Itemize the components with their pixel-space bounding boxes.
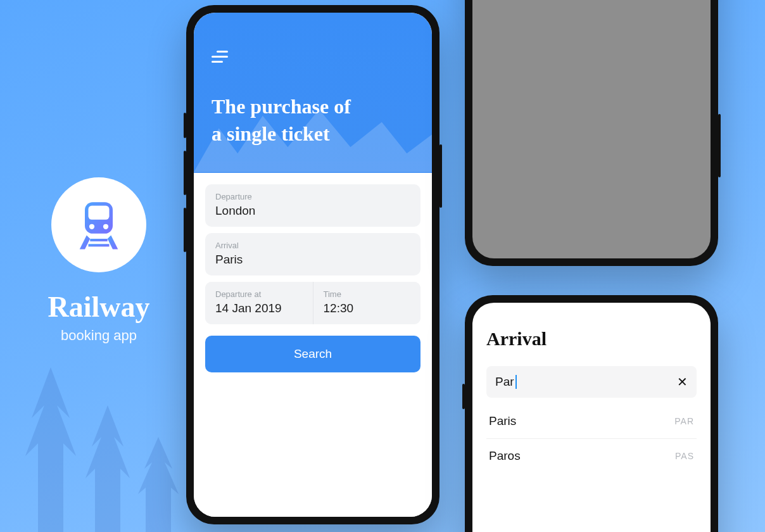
svg-point-3 [103, 224, 108, 229]
departure-label: Departure [215, 192, 410, 201]
phone-booking: The purchase of a single ticket Departur… [186, 5, 439, 524]
time-field[interactable]: Time 12:30 [313, 282, 421, 324]
svg-rect-4 [90, 239, 108, 241]
date-field[interactable]: Departure at 14 Jan 2019 [205, 282, 313, 324]
arrival-label: Arrival [215, 241, 410, 250]
arrival-result-code: PAS [675, 451, 694, 461]
app-logo [51, 177, 146, 272]
arrival-search-value: Par [495, 375, 514, 389]
departure-value: London [215, 204, 410, 218]
date-value: 14 Jan 2019 [215, 301, 303, 315]
arrival-result-name: Paros [489, 449, 521, 463]
date-label: Departure at [215, 289, 303, 299]
phone-arrival-search: Arrival Par ✕ ParisPARParosPAS [465, 295, 718, 532]
arrival-result-code: PAR [674, 416, 694, 426]
svg-rect-1 [89, 206, 110, 220]
brand-block: Railway booking app [29, 177, 168, 344]
menu-icon[interactable] [212, 51, 228, 63]
clear-icon[interactable]: ✕ [677, 374, 688, 390]
page-title: The purchase of a single ticket [212, 93, 414, 148]
arrival-value: Paris [215, 253, 410, 267]
booking-form: Departure London Arrival Paris Departure… [194, 173, 432, 517]
phone-calendar: 202122232425262728293031123456789 Cancel… [465, 0, 718, 266]
search-button[interactable]: Search [205, 336, 420, 372]
arrival-result[interactable]: ParisPAR [486, 404, 697, 439]
arrival-results: ParisPARParosPAS [486, 404, 697, 473]
arrival-search-input[interactable]: Par ✕ [486, 366, 697, 398]
arrival-field[interactable]: Arrival Paris [205, 233, 420, 276]
brand-title: Railway [48, 290, 150, 324]
arrival-result-name: Paris [489, 414, 516, 428]
time-value: 12:30 [324, 301, 411, 315]
arrival-title: Arrival [486, 328, 697, 350]
svg-rect-5 [89, 244, 110, 246]
brand-subtitle: booking app [61, 327, 137, 344]
arrival-result[interactable]: ParosPAS [486, 439, 697, 473]
svg-point-2 [89, 224, 94, 229]
time-label: Time [324, 289, 411, 299]
departure-field[interactable]: Departure London [205, 184, 420, 227]
booking-hero: The purchase of a single ticket [194, 13, 432, 173]
